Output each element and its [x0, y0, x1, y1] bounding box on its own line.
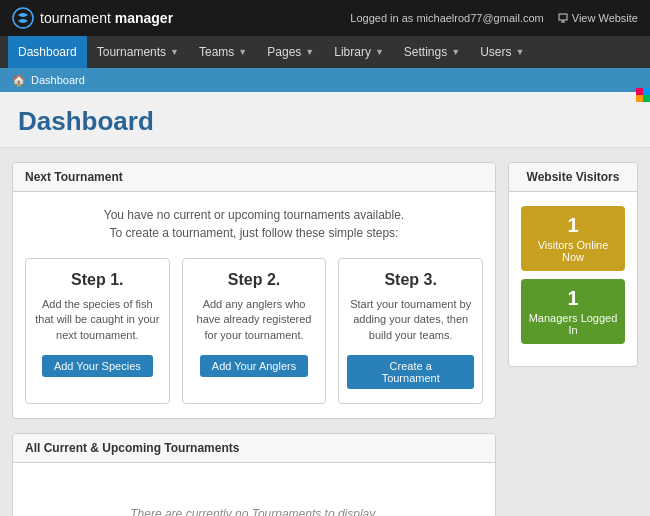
svg-point-0	[13, 8, 33, 28]
logged-in-text: Logged in as michaelrod77@gmail.com	[350, 12, 543, 24]
nav-item-settings[interactable]: Settings ▼	[394, 36, 470, 68]
chevron-down-icon: ▼	[305, 47, 314, 57]
step-3-desc: Start your tournament by adding your dat…	[347, 297, 474, 343]
all-tournaments-body: There are currently no Tournaments to di…	[13, 463, 495, 516]
create-tournament-button[interactable]: Create a Tournament	[347, 355, 474, 389]
main-content: Next Tournament You have no current or u…	[0, 148, 650, 516]
right-column: Website Visitors 1 Visitors Online Now 1…	[508, 162, 638, 516]
chevron-down-icon: ▼	[375, 47, 384, 57]
topbar: tournament manager Logged in as michaelr…	[0, 0, 650, 36]
all-tournaments-header: All Current & Upcoming Tournaments	[13, 434, 495, 463]
step-3-title: Step 3.	[347, 271, 474, 289]
all-tournaments-card: All Current & Upcoming Tournaments There…	[12, 433, 496, 516]
svg-rect-1	[559, 14, 567, 20]
step-1-card: Step 1. Add the species of fish that wil…	[25, 258, 170, 404]
steps-row: Step 1. Add the species of fish that wil…	[25, 258, 483, 404]
chevron-down-icon: ▼	[238, 47, 247, 57]
step-2-card: Step 2. Add any anglers who have already…	[182, 258, 327, 404]
next-tournament-card: Next Tournament You have no current or u…	[12, 162, 496, 419]
next-tournament-body: You have no current or upcoming tourname…	[13, 192, 495, 418]
no-tournaments-message: There are currently no Tournaments to di…	[25, 477, 483, 516]
breadcrumb-label: Dashboard	[31, 74, 85, 86]
step-1-title: Step 1.	[34, 271, 161, 289]
breadcrumb: 🏠 Dashboard	[0, 68, 650, 92]
topbar-right: Logged in as michaelrod77@gmail.com View…	[350, 12, 638, 24]
no-tournament-message: You have no current or upcoming tourname…	[25, 206, 483, 242]
logo-icon	[12, 7, 34, 29]
visitors-card-header: Website Visitors	[509, 163, 637, 192]
step-2-title: Step 2.	[191, 271, 318, 289]
chevron-down-icon: ▼	[515, 47, 524, 57]
nav-item-users[interactable]: Users ▼	[470, 36, 534, 68]
monitor-icon	[558, 13, 568, 23]
managers-label: Managers Logged In	[529, 312, 618, 336]
home-icon: 🏠	[12, 74, 26, 87]
chevron-down-icon: ▼	[451, 47, 460, 57]
website-visitors-card: Website Visitors 1 Visitors Online Now 1…	[508, 162, 638, 367]
add-species-button[interactable]: Add Your Species	[42, 355, 153, 377]
visitors-online-count: 1	[527, 214, 619, 237]
next-tournament-header: Next Tournament	[13, 163, 495, 192]
nav-item-dashboard[interactable]: Dashboard	[8, 36, 87, 68]
logo-area: tournament manager	[12, 7, 173, 29]
page-title: Dashboard	[18, 106, 632, 137]
step-3-card: Step 3. Start your tournament by adding …	[338, 258, 483, 404]
nav-item-tournaments[interactable]: Tournaments ▼	[87, 36, 189, 68]
page-header: Dashboard	[0, 92, 650, 148]
managers-logged-in-stat: 1 Managers Logged In	[521, 279, 625, 344]
visitors-card-body: 1 Visitors Online Now 1 Managers Logged …	[509, 192, 637, 366]
nav-item-pages[interactable]: Pages ▼	[257, 36, 324, 68]
logo-text: tournament manager	[40, 10, 173, 26]
step-1-desc: Add the species of fish that will be cau…	[34, 297, 161, 343]
left-column: Next Tournament You have no current or u…	[12, 162, 496, 516]
visitors-online-label: Visitors Online Now	[538, 239, 609, 263]
nav-item-library[interactable]: Library ▼	[324, 36, 394, 68]
navbar: Dashboard Tournaments ▼ Teams ▼ Pages ▼ …	[0, 36, 650, 68]
visitors-online-stat: 1 Visitors Online Now	[521, 206, 625, 271]
chevron-down-icon: ▼	[170, 47, 179, 57]
managers-count: 1	[527, 287, 619, 310]
step-2-desc: Add any anglers who have already registe…	[191, 297, 318, 343]
color-grid-icon	[636, 88, 650, 102]
view-website-link[interactable]: View Website	[558, 12, 638, 24]
nav-item-teams[interactable]: Teams ▼	[189, 36, 257, 68]
add-anglers-button[interactable]: Add Your Anglers	[200, 355, 308, 377]
